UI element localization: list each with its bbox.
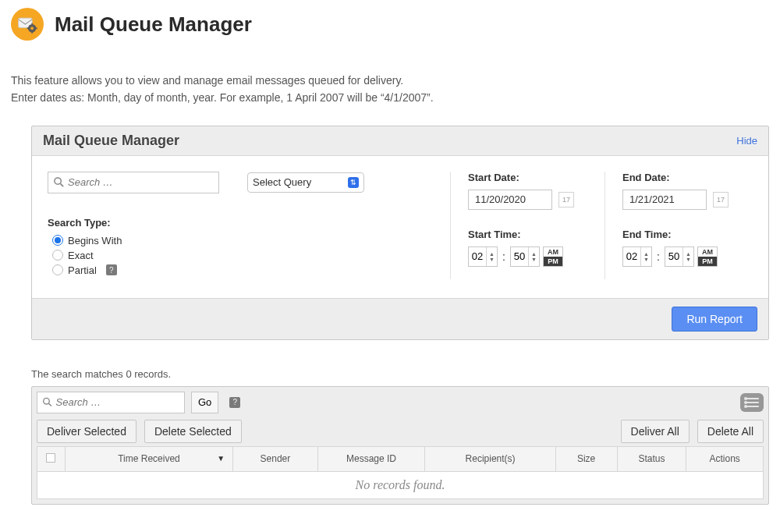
- col-sender[interactable]: Sender: [233, 446, 317, 471]
- start-hour-spinner[interactable]: ▲▼: [468, 246, 498, 267]
- end-hour-input[interactable]: [623, 247, 640, 266]
- end-minute-input[interactable]: [665, 247, 682, 266]
- description-line-1: This feature allows you to view and mana…: [11, 72, 769, 89]
- deliver-selected-button[interactable]: Deliver Selected: [37, 420, 136, 443]
- run-report-button[interactable]: Run Report: [672, 307, 757, 332]
- mail-gear-icon: [11, 8, 44, 41]
- search-column: Select Query ⇅ Search Type: Begins With …: [48, 172, 433, 279]
- chevron-up-icon[interactable]: ▲: [529, 251, 539, 257]
- start-minute-spinner[interactable]: ▲▼: [510, 246, 540, 267]
- select-query-label: Select Query: [253, 176, 311, 188]
- go-button[interactable]: Go: [191, 392, 218, 413]
- search-input[interactable]: [68, 176, 214, 188]
- end-hour-spinner[interactable]: ▲▼: [622, 246, 652, 267]
- search-icon: [42, 396, 53, 408]
- radio-icon: [52, 264, 63, 275]
- col-actions[interactable]: Actions: [686, 446, 764, 471]
- radio-label: Partial: [68, 264, 97, 276]
- delete-all-button[interactable]: Delete All: [697, 420, 764, 443]
- start-ampm-toggle[interactable]: AM PM: [543, 246, 563, 267]
- panel-footer: Run Report: [32, 299, 768, 339]
- results-table: Time Received ▼ Sender Message ID Recipi…: [37, 446, 764, 499]
- chevron-up-icon[interactable]: ▲: [641, 251, 651, 257]
- end-minute-spinner[interactable]: ▲▼: [665, 246, 694, 267]
- start-date-label: Start Date:: [468, 172, 587, 183]
- calendar-icon[interactable]: 17: [713, 192, 729, 207]
- no-records-row: No records found.: [37, 471, 764, 498]
- search-icon: [53, 176, 65, 188]
- calendar-icon[interactable]: 17: [558, 192, 574, 207]
- start-time-label: Start Time:: [468, 229, 587, 240]
- end-column: End Date: 17 End Time: ▲▼ : ▲▼: [604, 172, 753, 279]
- description-line-2: Enter dates as: Month, day of month, yea…: [11, 89, 769, 106]
- sort-desc-icon: ▼: [217, 454, 225, 463]
- am-option[interactable]: AM: [544, 247, 562, 257]
- col-recipients[interactable]: Recipient(s): [425, 446, 555, 471]
- radio-label: Exact: [68, 250, 94, 261]
- pm-option[interactable]: PM: [698, 257, 717, 266]
- radio-label: Begins With: [68, 235, 122, 246]
- col-time-received[interactable]: Time Received ▼: [65, 446, 233, 471]
- radio-icon: [52, 250, 63, 261]
- am-option[interactable]: AM: [698, 247, 717, 257]
- svg-line-8: [60, 184, 63, 187]
- description: This feature allows you to view and mana…: [11, 72, 769, 107]
- svg-point-2: [30, 27, 34, 30]
- checkbox-icon[interactable]: [46, 453, 55, 463]
- table-header-row: Time Received ▼ Sender Message ID Recipi…: [37, 446, 764, 471]
- page-title: Mail Queue Manager: [55, 12, 252, 37]
- start-minute-input[interactable]: [511, 247, 528, 266]
- time-colon: :: [655, 250, 661, 263]
- chevron-up-icon[interactable]: ▲: [487, 251, 497, 257]
- results-panel: Go ? Deliver Selected Delete Selected De…: [31, 386, 769, 505]
- list-view-icon[interactable]: [740, 393, 764, 412]
- radio-icon: [52, 235, 63, 246]
- pm-option[interactable]: PM: [544, 257, 562, 266]
- chevron-down-icon[interactable]: ▼: [641, 257, 651, 262]
- radio-begins-with[interactable]: Begins With: [52, 235, 433, 246]
- end-ampm-toggle[interactable]: AM PM: [697, 246, 718, 267]
- col-message-id[interactable]: Message ID: [317, 446, 425, 471]
- search-type-label: Search Type:: [48, 217, 433, 229]
- panel-header: Mail Queue Manager Hide: [32, 126, 768, 155]
- results-search-input[interactable]: [56, 396, 179, 408]
- query-panel: Mail Queue Manager Hide Select Query ⇅ S…: [31, 126, 769, 340]
- chevron-down-icon[interactable]: ▼: [683, 257, 693, 262]
- start-column: Start Date: 17 Start Time: ▲▼ : ▲▼: [450, 172, 587, 279]
- col-status[interactable]: Status: [617, 446, 686, 471]
- search-input-wrap[interactable]: [48, 172, 219, 193]
- svg-point-9: [44, 399, 50, 405]
- deliver-all-button[interactable]: Deliver All: [621, 420, 690, 443]
- delete-selected-button[interactable]: Delete Selected: [144, 420, 242, 443]
- end-date-input[interactable]: [622, 190, 707, 210]
- results-search-wrap[interactable]: [37, 392, 185, 413]
- time-colon: :: [501, 250, 507, 263]
- page-header: Mail Queue Manager: [11, 8, 769, 41]
- match-summary: The search matches 0 records.: [31, 368, 769, 380]
- col-checkbox[interactable]: [37, 446, 66, 471]
- radio-partial[interactable]: Partial ?: [52, 264, 433, 276]
- svg-point-7: [55, 178, 61, 184]
- help-icon[interactable]: ?: [106, 264, 117, 275]
- start-hour-input[interactable]: [469, 247, 486, 266]
- no-records-text: No records found.: [37, 471, 764, 498]
- panel-title: Mail Queue Manager: [43, 133, 179, 149]
- radio-exact[interactable]: Exact: [52, 250, 433, 261]
- end-date-label: End Date:: [622, 172, 753, 183]
- chevron-updown-icon: ⇅: [348, 177, 359, 188]
- chevron-down-icon[interactable]: ▼: [529, 257, 539, 262]
- end-time-label: End Time:: [622, 229, 753, 240]
- hide-link[interactable]: Hide: [736, 135, 757, 147]
- col-size[interactable]: Size: [555, 446, 617, 471]
- start-date-input[interactable]: [468, 190, 552, 210]
- chevron-down-icon[interactable]: ▼: [487, 257, 497, 262]
- chevron-up-icon[interactable]: ▲: [683, 251, 693, 257]
- svg-line-10: [48, 403, 51, 406]
- help-icon[interactable]: ?: [229, 397, 240, 408]
- select-query-dropdown[interactable]: Select Query ⇅: [247, 172, 364, 193]
